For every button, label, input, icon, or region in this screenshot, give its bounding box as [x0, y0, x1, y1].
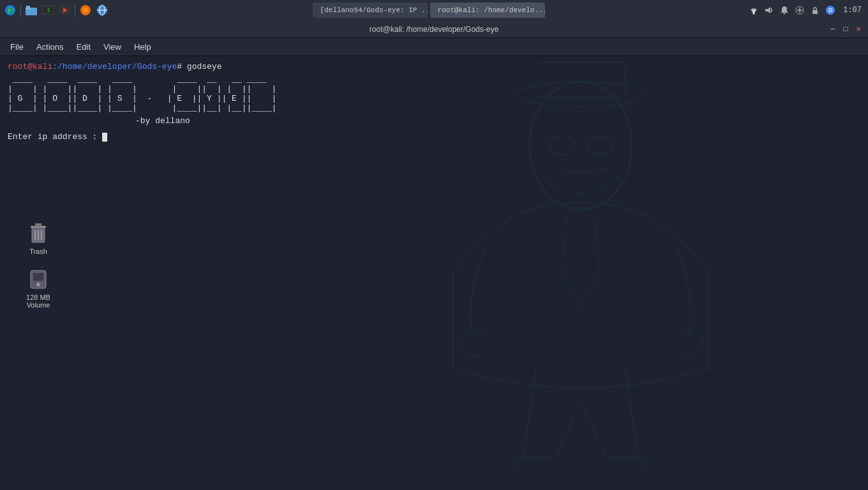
- menu-bar: File Actions Edit View Help: [0, 38, 868, 56]
- menu-help[interactable]: Help: [129, 41, 156, 53]
- terminal-window: root@kali: /home/developer/Gods-eye ─ □ …: [0, 20, 868, 490]
- browser-icon[interactable]: [94, 3, 110, 18]
- window-btn-terminal[interactable]: $ root@kali: /home/develo...: [430, 3, 545, 18]
- kali-dragon-icon[interactable]: 🐉: [3, 3, 18, 18]
- taskbar-windows: [dellano54/Gods-eye: IP ... $ root@kali:…: [111, 3, 746, 18]
- title-bar-controls: ─ □ ✕: [827, 24, 864, 35]
- ascii-line-4: |____| |____||____| |____| |____||__| |_…: [8, 104, 860, 114]
- volume-icon[interactable]: [763, 4, 775, 17]
- prompt-line: root@kali:/home/developer/Gods-eye# gods…: [8, 61, 860, 73]
- svg-point-10: [83, 8, 88, 13]
- menu-view[interactable]: View: [98, 41, 126, 53]
- firefox-icon[interactable]: [78, 3, 93, 18]
- title-bar: root@kali: /home/developer/Gods-eye ─ □ …: [0, 20, 868, 38]
- svg-text:_$: _$: [44, 8, 50, 13]
- input-line[interactable]: Enter ip address :: [8, 132, 860, 142]
- lock-icon[interactable]: [809, 4, 821, 17]
- cursor: [102, 133, 107, 142]
- window-btn-browser-label: [dellano54/Gods-eye: IP ...: [320, 6, 428, 14]
- separator-2: [75, 4, 75, 17]
- prompt-path: :/home/developer/Gods-eye: [52, 62, 177, 71]
- close-button[interactable]: ✕: [853, 24, 864, 35]
- maximize-button[interactable]: □: [840, 24, 851, 35]
- ascii-line-3: | G | | O || D | | S | - | E || Y || E |…: [8, 94, 860, 104]
- network-icon[interactable]: [747, 4, 760, 17]
- svg-rect-23: [812, 10, 818, 14]
- menu-edit[interactable]: Edit: [71, 41, 96, 53]
- ascii-line-1: ____ ____ ____ ____ ____ __ __ ____: [8, 75, 860, 85]
- window-btn-terminal-label: root@kali: /home/develo...: [438, 6, 545, 14]
- window-btn-browser[interactable]: [dellano54/Gods-eye: IP ...: [313, 3, 428, 18]
- system-tray: 1:07: [747, 4, 865, 17]
- taskbar: 🐉 _$: [0, 0, 868, 20]
- media-icon[interactable]: [57, 3, 72, 18]
- ascii-line-2: | | | || | | | | || | | || |: [8, 85, 860, 94]
- minimize-button[interactable]: ─: [827, 24, 839, 35]
- separator-1: [20, 4, 21, 17]
- terminal2-icon[interactable]: _$: [40, 3, 56, 18]
- prompt-command: # godseye: [177, 62, 221, 71]
- title-bar-text: root@kali: /home/developer/Gods-eye: [370, 25, 498, 34]
- chrome-icon[interactable]: [824, 4, 837, 17]
- filemgr-icon[interactable]: [24, 3, 39, 18]
- notifications-icon[interactable]: [778, 4, 791, 17]
- terminal-main-text[interactable]: root@kali:/home/developer/Gods-eye# gods…: [0, 56, 868, 490]
- ip-prompt-text: Enter ip address :: [8, 132, 102, 142]
- menu-file[interactable]: File: [5, 41, 29, 53]
- add-icon[interactable]: [793, 4, 806, 17]
- svg-rect-4: [26, 6, 30, 8]
- svg-rect-19: [784, 13, 786, 15]
- svg-marker-18: [765, 7, 770, 13]
- prompt-user: root@kali: [8, 62, 52, 71]
- svg-text:🐉: 🐉: [6, 6, 15, 15]
- menu-actions[interactable]: Actions: [31, 41, 69, 53]
- svg-point-17: [753, 13, 755, 15]
- clock-display: 1:07: [839, 6, 865, 15]
- svg-point-26: [829, 9, 832, 11]
- terminal-content: Trash 128 MB Volume root@kali:/home/deve…: [0, 56, 868, 490]
- subtitle: -by dellano: [135, 116, 860, 126]
- ascii-art-block: ____ ____ ____ ____ ____ __ __ ____ | | …: [8, 75, 860, 114]
